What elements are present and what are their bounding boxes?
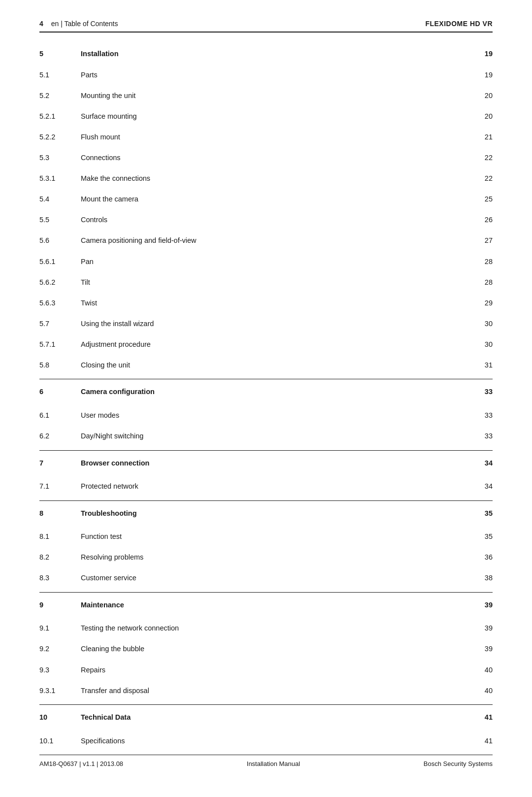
toc-item: 7.1Protected network34	[39, 479, 493, 500]
toc-item: 5.2.1Surface mounting20	[39, 109, 493, 130]
toc-item-page: 33	[463, 408, 493, 429]
toc-item: 9.1Testing the network connection39	[39, 621, 493, 642]
section-num-s8: 8	[39, 500, 79, 530]
toc-item-page: 38	[463, 571, 493, 592]
toc-item-page: 28	[463, 255, 493, 275]
section-title-s7: Browser connection	[79, 450, 463, 479]
page-header: 4 en | Table of Contents FLEXIDOME HD VR	[39, 20, 493, 33]
toc-item-title: Flush mount	[79, 130, 463, 151]
toc-item: 5.4Mount the camera25	[39, 192, 493, 213]
section-page-s7: 34	[463, 450, 493, 479]
toc-item-title: Cleaning the bubble	[79, 642, 463, 663]
toc-item: 5.1Parts19	[39, 68, 493, 89]
toc-item-num: 5.1	[39, 68, 79, 89]
section-title-s8: Troubleshooting	[79, 500, 463, 530]
toc-item: 9.3.1Transfer and disposal40	[39, 684, 493, 705]
section-header-s6: 6Camera configuration33	[39, 379, 493, 408]
toc-item: 5.6.2Tilt28	[39, 275, 493, 296]
toc-item: 5.2Mounting the unit20	[39, 89, 493, 109]
header-section: en | Table of Contents	[51, 20, 118, 28]
section-title-s10: Technical Data	[79, 705, 463, 734]
section-num-s5: 5	[39, 46, 79, 68]
toc-item: 5.8Closing the unit31	[39, 358, 493, 379]
toc-item-num: 5.5	[39, 213, 79, 233]
toc-item-num: 5.7	[39, 317, 79, 337]
section-header-s8: 8Troubleshooting35	[39, 500, 493, 530]
toc-item-page: 27	[463, 233, 493, 254]
toc-item-page: 39	[463, 621, 493, 642]
toc-item: 5.7Using the install wizard30	[39, 317, 493, 337]
section-header-s9: 9Maintenance39	[39, 592, 493, 621]
toc-item: 5.5Controls26	[39, 213, 493, 233]
section-title-s5: Installation	[79, 46, 463, 68]
toc-item: 5.6.1Pan28	[39, 255, 493, 275]
toc-table: 5Installation195.1Parts195.2Mounting the…	[39, 46, 493, 755]
toc-item-page: 30	[463, 337, 493, 358]
toc-item-num: 5.2.2	[39, 130, 79, 151]
footer-left: AM18-Q0637 | v1.1 | 2013.08	[39, 760, 123, 767]
toc-item-title: Day/Night switching	[79, 429, 463, 450]
toc-item-title: Connections	[79, 151, 463, 171]
page-footer: AM18-Q0637 | v1.1 | 2013.08 Installation…	[39, 755, 493, 767]
toc-item-num: 10.1	[39, 734, 79, 755]
toc-item-title: Controls	[79, 213, 463, 233]
toc-item: 5.3.1Make the connections22	[39, 171, 493, 192]
toc-item-page: 22	[463, 171, 493, 192]
toc-item-page: 33	[463, 429, 493, 450]
toc-item: 8.3Customer service38	[39, 571, 493, 592]
toc-item-page: 39	[463, 642, 493, 663]
section-num-s7: 7	[39, 450, 79, 479]
toc-item-num: 5.6.2	[39, 275, 79, 296]
toc-item-num: 5.3.1	[39, 171, 79, 192]
section-title-s6: Camera configuration	[79, 379, 463, 408]
header-page-num: 4	[39, 20, 43, 28]
toc-item: 5.6.3Twist29	[39, 296, 493, 317]
toc-item: 6.1User modes33	[39, 408, 493, 429]
toc-item-page: 40	[463, 684, 493, 705]
toc-item-num: 5.2.1	[39, 109, 79, 130]
toc-item-num: 9.3.1	[39, 684, 79, 705]
toc-item-title: Surface mounting	[79, 109, 463, 130]
toc-item-num: 8.2	[39, 550, 79, 571]
toc-item: 8.2Resolving problems36	[39, 550, 493, 571]
toc-item-title: Customer service	[79, 571, 463, 592]
toc-item-title: Mounting the unit	[79, 89, 463, 109]
section-num-s6: 6	[39, 379, 79, 408]
toc-item-num: 5.7.1	[39, 337, 79, 358]
toc-item-page: 35	[463, 530, 493, 550]
toc-item-num: 9.1	[39, 621, 79, 642]
toc-item-title: Pan	[79, 255, 463, 275]
toc-item-title: Closing the unit	[79, 358, 463, 379]
toc-item-page: 22	[463, 151, 493, 171]
toc-item-title: Adjustment procedure	[79, 337, 463, 358]
toc-item-page: 20	[463, 109, 493, 130]
section-header-s5: 5Installation19	[39, 46, 493, 68]
header-left: 4 en | Table of Contents	[39, 20, 118, 28]
toc-item: 5.2.2Flush mount21	[39, 130, 493, 151]
section-header-s7: 7Browser connection34	[39, 450, 493, 479]
toc-item-title: User modes	[79, 408, 463, 429]
toc-item-num: 5.6.3	[39, 296, 79, 317]
toc-item-title: Repairs	[79, 663, 463, 684]
toc-item: 5.3Connections22	[39, 151, 493, 171]
toc-item-num: 5.6.1	[39, 255, 79, 275]
toc-item-page: 29	[463, 296, 493, 317]
toc-item-num: 9.2	[39, 642, 79, 663]
toc-item-title: Specifications	[79, 734, 463, 755]
section-page-s9: 39	[463, 592, 493, 621]
toc-item-num: 5.2	[39, 89, 79, 109]
section-num-s10: 10	[39, 705, 79, 734]
section-page-s8: 35	[463, 500, 493, 530]
footer-center: Installation Manual	[247, 760, 300, 767]
toc-item-page: 28	[463, 275, 493, 296]
toc-item-page: 30	[463, 317, 493, 337]
toc-item-title: Function test	[79, 530, 463, 550]
toc-item-title: Twist	[79, 296, 463, 317]
toc-item-page: 41	[463, 734, 493, 755]
section-page-s6: 33	[463, 379, 493, 408]
toc-item: 5.6Camera positioning and field-of-view2…	[39, 233, 493, 254]
toc-item-num: 8.3	[39, 571, 79, 592]
toc-item-page: 21	[463, 130, 493, 151]
toc-item-title: Transfer and disposal	[79, 684, 463, 705]
footer-right: Bosch Security Systems	[424, 760, 493, 767]
